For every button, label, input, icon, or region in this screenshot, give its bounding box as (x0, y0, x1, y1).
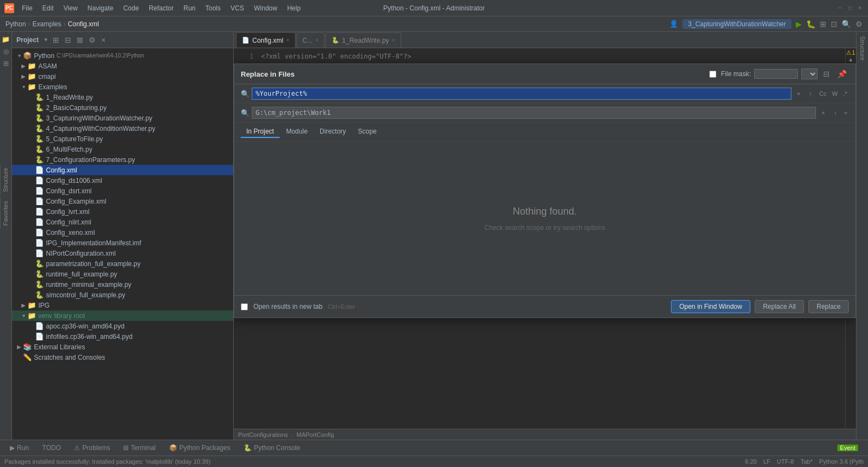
tree-asam[interactable]: ▶ 📁 ASAM (12, 61, 233, 71)
menu-item-tools[interactable]: Tools (201, 3, 225, 13)
profile-btn[interactable]: ⊡ (831, 20, 837, 28)
file-mask-checkbox[interactable] (709, 71, 716, 78)
structure-label[interactable]: Structure (0, 164, 10, 195)
tab-c[interactable]: C... × (297, 32, 325, 48)
project-dropdown[interactable]: ▾ (44, 36, 48, 43)
filter-btn[interactable]: ⊠ (75, 35, 85, 45)
menu-item-edit[interactable]: Edit (38, 3, 58, 13)
tree-ipg[interactable]: ▶ 📁 IPG (12, 300, 233, 310)
gear-btn[interactable]: ⚙ (87, 35, 97, 45)
clear-replace-btn[interactable]: × (818, 108, 828, 118)
file-mask-dropdown[interactable]: ▾ (801, 68, 818, 79)
tree-cmapi[interactable]: ▶ 📁 cmapi (12, 71, 233, 82)
tree-config-dsrt[interactable]: ▶ 📄 Config_dsrt.xml (12, 186, 233, 196)
pin-icon-btn[interactable]: 📌 (835, 68, 849, 79)
tree-3capturing[interactable]: ▶ 🐍 3_CapturingWithDurationWatcher.py (12, 113, 233, 123)
tree-scratches[interactable]: ▶ ✏️ Scratches and Consoles (12, 352, 233, 362)
tree-apoc[interactable]: ▶ 📄 apoc.cp36-win_amd64.pyd (12, 321, 233, 331)
filter-icon-btn[interactable]: ⊟ (821, 68, 832, 79)
tree-config-ds1006[interactable]: ▶ 📄 Config_ds1006.xml (12, 175, 233, 186)
tab-configxml[interactable]: 📄 Config.xml × (236, 32, 296, 48)
replace-all-btn[interactable]: Replace All (755, 300, 804, 313)
todo-tab[interactable]: TODO (37, 442, 66, 454)
maximize-btn[interactable]: □ (846, 4, 854, 12)
open-results-checkbox[interactable] (241, 303, 248, 310)
tree-runtime-full[interactable]: ▶ 🐍 runtime_full_example.py (12, 269, 233, 279)
tree-config-example[interactable]: ▶ 📄 Config_Example.xml (12, 196, 233, 206)
menu-item-help[interactable]: Help (283, 3, 305, 13)
tab-close-c[interactable]: × (315, 37, 319, 43)
replace-field[interactable] (252, 107, 816, 119)
event-log-btn[interactable]: Event (832, 442, 864, 453)
tree-examples[interactable]: ▾ 📁 Examples (12, 82, 233, 92)
regex-btn[interactable]: .* (842, 89, 849, 98)
breadcrumb-python[interactable]: Python (5, 20, 26, 28)
run-btn[interactable]: ▶ (796, 20, 802, 28)
menu-item-code[interactable]: Code (119, 3, 143, 13)
scope-tab-module[interactable]: Module (281, 126, 313, 138)
breadcrumb-examples[interactable]: Examples (32, 20, 61, 28)
sort-btn[interactable]: ⊟ (63, 35, 73, 45)
minimize-btn[interactable]: − (836, 4, 844, 12)
run-config-selector[interactable]: 3_CapturingWithDurationWatcher (682, 19, 791, 29)
debug-btn[interactable]: 🐛 (806, 20, 815, 28)
tree-5capture[interactable]: ▶ 🐍 5_CaptureToFile.py (12, 134, 233, 144)
tree-niport[interactable]: ▶ 📄 NIPortConfiguration.xml (12, 248, 233, 258)
structure-sidebar-label[interactable]: Structure (858, 34, 867, 63)
tree-venv[interactable]: ▾ 📁 venv library root (12, 310, 233, 321)
menu-item-refactor[interactable]: Refactor (144, 3, 178, 13)
terminal-tab[interactable]: ⊞ Terminal (118, 442, 161, 454)
tree-2basiccapturing[interactable]: ▶ 🐍 2_BasicCapturing.py (12, 102, 233, 113)
scope-tab-scope[interactable]: Scope (352, 126, 382, 138)
close-panel-btn[interactable]: × (100, 35, 107, 45)
match-case-btn[interactable]: Cc (818, 89, 828, 98)
tree-configxml[interactable]: ▶ 📄 Config.xml (12, 165, 233, 175)
tree-simcontrol[interactable]: ▶ 🐍 simcontrol_full_example.py (12, 290, 233, 300)
collapse-all-btn[interactable]: ⊞ (51, 35, 61, 45)
coverage-btn[interactable]: ⊞ (820, 20, 826, 28)
file-mask-input[interactable] (754, 69, 798, 79)
account-icon[interactable]: 👤 (669, 20, 678, 28)
settings-btn[interactable]: ⚙ (855, 20, 863, 28)
run-tab[interactable]: ▶ Run (4, 442, 34, 454)
tree-4capturing[interactable]: ▶ 🐍 4_CapturingWithConditionWatcher.py (12, 123, 233, 134)
whole-word-btn[interactable]: W (830, 89, 839, 98)
favorites-label[interactable]: Favorites (0, 198, 10, 229)
replace-btn[interactable]: Replace (808, 300, 849, 313)
python-console-tab[interactable]: 🐍 Python Console (238, 442, 306, 454)
tab-1readwrite-1[interactable]: 🐍 1_ReadWrite.py × (326, 32, 401, 48)
vcs-sidebar-btn[interactable]: ◎ (1, 46, 11, 57)
breadcrumb-configxml[interactable]: Config.xml (68, 20, 99, 28)
prev-match-btn[interactable]: ↑ (806, 89, 815, 99)
search-toolbar-btn[interactable]: 🔍 (842, 20, 851, 28)
open-find-window-btn[interactable]: Open in Find Window (671, 300, 750, 313)
tree-6multifetch[interactable]: ▶ 🐍 6_MultiFetch.py (12, 144, 233, 154)
project-sidebar-btn[interactable]: 📁 (1, 34, 11, 45)
menu-item-run[interactable]: Run (179, 3, 200, 13)
tree-config-nilrt[interactable]: ▶ 📄 Config_nilrt.xml (12, 217, 233, 227)
menu-item-vcs[interactable]: VCS (226, 3, 248, 13)
menu-item-view[interactable]: View (59, 3, 82, 13)
search-field[interactable] (252, 88, 791, 100)
tree-config-lvrt[interactable]: ▶ 📄 Config_lvrt.xml (12, 206, 233, 217)
menu-item-window[interactable]: Window (250, 3, 282, 13)
clear-search-btn[interactable]: × (794, 89, 803, 99)
bookmarks-sidebar-btn[interactable]: ⊞ (1, 58, 11, 69)
tree-runtime-minimal[interactable]: ▶ 🐍 runtime_minimal_example.py (12, 279, 233, 290)
scope-tab-inproject[interactable]: In Project (241, 126, 280, 138)
tab-close-1readwrite[interactable]: × (392, 37, 395, 43)
tree-param-full[interactable]: ▶ 🐍 parametrization_full_example.py (12, 258, 233, 269)
tree-ipg-manifest[interactable]: ▶ 📄 IPG_ImplementationManifest.imf (12, 238, 233, 248)
tree-infofiles[interactable]: ▶ 📄 infofiles.cp36-win_amd64.pyd (12, 331, 233, 342)
problems-tab[interactable]: ⚠ Problems (68, 442, 115, 454)
replace-opt1[interactable]: ≈ (842, 108, 849, 117)
tree-extlibs[interactable]: ▶ 📚 External Libraries (12, 342, 233, 352)
tree-1readwrite[interactable]: ▶ 🐍 1_ReadWrite.py (12, 92, 233, 102)
tree-7config[interactable]: ▶ 🐍 7_ConfigurationParameters.py (12, 154, 233, 165)
menu-item-navigate[interactable]: Navigate (83, 3, 118, 13)
prev-replace-btn[interactable]: ↑ (830, 108, 840, 118)
scope-tab-directory[interactable]: Directory (314, 126, 351, 138)
python-packages-tab[interactable]: 📦 Python Packages (164, 442, 236, 454)
tree-config-xeno[interactable]: ▶ 📄 Config_xeno.xml (12, 227, 233, 238)
tree-root-python[interactable]: ▾ 📦 Python C:\IPG\carmaker\win64-10.2\Py… (12, 50, 233, 61)
